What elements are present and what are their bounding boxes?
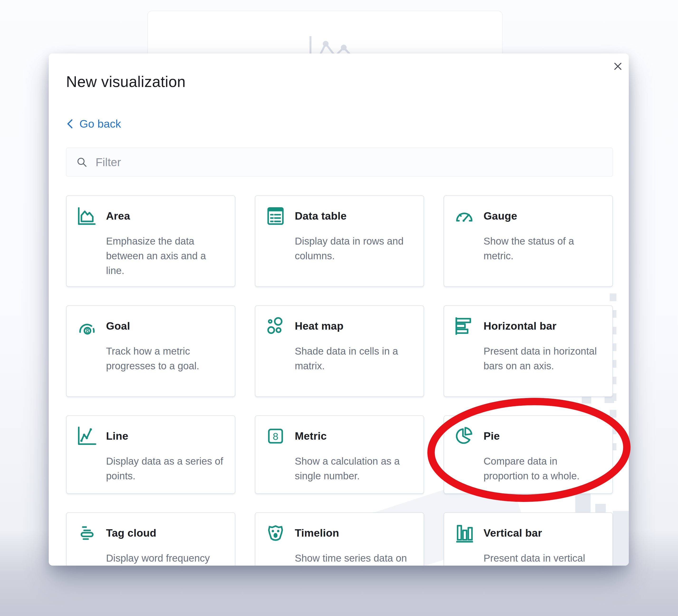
timelion-icon (265, 523, 286, 544)
card-description: Emphasize the data between an axis and a… (106, 234, 226, 278)
card-description: Track how a metric progresses to a goal. (106, 344, 226, 373)
card-title: Metric (295, 430, 327, 442)
line-chart-icon (76, 425, 98, 447)
card-title: Data table (295, 210, 347, 222)
card-tag-cloud[interactable]: Tag cloud Display word frequency with fo… (66, 512, 235, 566)
card-title: Timelion (295, 527, 339, 539)
close-button[interactable] (611, 59, 625, 73)
card-title: Goal (106, 320, 130, 332)
card-description: Shade data in cells in a matrix. (295, 344, 415, 373)
card-description: Display data as a series of points. (106, 454, 226, 484)
card-title: Gauge (484, 210, 517, 222)
card-description: Show the status of a metric. (484, 234, 604, 263)
visualization-type-grid: Area Emphasize the data between an axis … (66, 195, 613, 566)
card-line[interactable]: Line Display data as a series of points. (66, 415, 235, 494)
card-metric[interactable]: 8 Metric Show a calculation as a single … (255, 415, 424, 494)
card-description: Show time series data on a graph. (295, 551, 415, 566)
svg-text:8: 8 (86, 328, 89, 334)
card-description: Display data in rows and columns. (295, 234, 415, 263)
card-title: Vertical bar (484, 527, 542, 539)
card-area[interactable]: Area Emphasize the data between an axis … (66, 195, 235, 287)
card-title: Line (106, 430, 128, 442)
card-title: Horizontal bar (484, 320, 557, 332)
go-back-label: Go back (79, 117, 121, 130)
card-description: Show a calculation as a single number. (295, 454, 415, 484)
card-vertical-bar[interactable]: Vertical bar Present data in vertical ba… (444, 512, 613, 566)
card-gauge[interactable]: Gauge Show the status of a metric. (444, 195, 613, 287)
gauge-icon (454, 205, 475, 227)
data-table-icon (265, 205, 286, 227)
card-title: Pie (484, 430, 500, 442)
card-description: Display word frequency with font size. (106, 551, 226, 566)
card-description: Present data in vertical bars on an axis… (484, 551, 604, 566)
search-icon (76, 156, 88, 168)
card-timelion[interactable]: Timelion Show time series data on a grap… (255, 512, 424, 566)
svg-text:8: 8 (273, 431, 278, 442)
chevron-left-icon (66, 119, 74, 129)
card-pie[interactable]: Pie Compare data in proportion to a whol… (444, 415, 613, 494)
filter-search-box[interactable] (66, 148, 613, 177)
card-horizontal-bar[interactable]: Horizontal bar Present data in horizonta… (444, 305, 613, 397)
close-icon (612, 60, 624, 73)
heat-map-icon (265, 315, 286, 337)
card-goal[interactable]: 8 Goal Track how a metric progresses to … (66, 305, 235, 397)
page-title: New visualization (66, 73, 186, 90)
tag-cloud-icon (76, 523, 98, 544)
metric-icon: 8 (265, 425, 286, 447)
area-chart-icon (76, 205, 98, 227)
card-title: Heat map (295, 320, 343, 332)
card-heat-map[interactable]: Heat map Shade data in cells in a matrix… (255, 305, 424, 397)
card-data-table[interactable]: Data table Display data in rows and colu… (255, 195, 424, 287)
card-description: Present data in horizontal bars on an ax… (484, 344, 604, 373)
pie-chart-icon (454, 425, 475, 447)
go-back-link[interactable]: Go back (66, 117, 121, 130)
filter-input[interactable] (95, 155, 603, 169)
card-description: Compare data in proportion to a whole. (484, 454, 604, 484)
background-watermark-bar (613, 511, 629, 566)
card-title: Tag cloud (106, 527, 156, 539)
card-title: Area (106, 210, 130, 222)
new-visualization-modal: New visualization Go back Are (49, 53, 629, 566)
goal-icon: 8 (76, 315, 98, 337)
horizontal-bar-icon (454, 315, 475, 337)
vertical-bar-icon (454, 523, 475, 544)
